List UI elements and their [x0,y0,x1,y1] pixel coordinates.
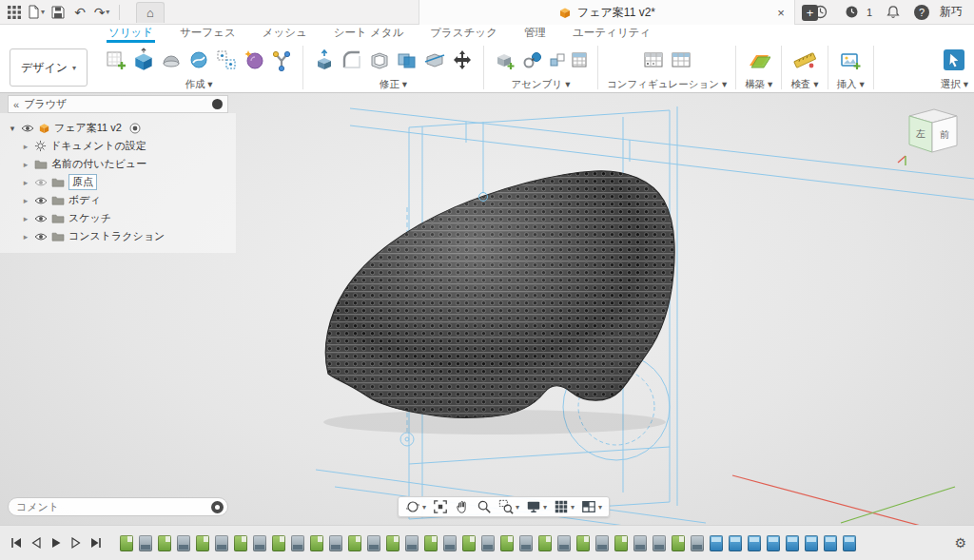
timeline-feature[interactable] [672,535,685,551]
timeline-feature[interactable] [519,535,533,551]
ribbon-tab[interactable]: プラスチック [428,24,499,43]
pipe-icon[interactable] [269,48,294,72]
expand-arrow-icon[interactable]: ▾ [8,124,17,133]
file-menu-icon[interactable]: ▾ [26,2,47,23]
browser-item-root[interactable]: ▾ フェア案11 v2 [0,119,236,137]
visibility-eye-icon[interactable] [34,214,48,223]
timeline-feature[interactable] [329,535,342,551]
group-inspect-label[interactable]: 検査 ▾ [790,78,818,91]
ribbon-tab[interactable]: メッシュ [261,24,309,43]
group-create-label[interactable]: 作成 ▾ [185,78,212,91]
press-pull-icon[interactable] [312,48,337,72]
create-form-icon[interactable] [242,48,266,72]
timeline-feature[interactable] [120,535,133,551]
comment-input[interactable] [16,501,211,512]
browser-item-sketches[interactable]: ▸ スケッチ [0,209,236,227]
timeline-feature[interactable] [291,535,304,551]
timeline-feature[interactable] [348,535,361,551]
ribbon-tab[interactable]: ソリッド [107,24,155,43]
timeline-feature[interactable] [805,535,818,551]
display-settings-button[interactable]: ▾ [524,498,549,515]
as-built-joint-icon[interactable] [548,50,567,69]
timeline-feature[interactable] [481,535,495,551]
fit-button[interactable] [431,498,450,515]
timeline-feature[interactable] [367,535,380,551]
timeline-feature[interactable] [843,535,856,551]
expand-arrow-icon[interactable]: ▸ [21,214,30,223]
new-component-icon[interactable] [493,48,517,72]
home-tab[interactable]: ⌂ [136,2,165,23]
visibility-eye-icon[interactable] [21,124,34,133]
timeline-feature[interactable] [405,535,419,551]
workspace-selector[interactable]: デザイン ▾ [10,48,88,87]
document-tab[interactable]: フェア案11 v2* × [419,0,795,25]
group-configuration-label[interactable]: コンフィギュレーション ▾ [607,78,727,91]
construction-plane-icon[interactable] [747,48,771,72]
user-avatar[interactable]: 新巧 [940,4,963,20]
undo-icon[interactable]: ↶ [69,2,90,23]
timeline-settings-gear-icon[interactable]: ⚙ [954,535,966,550]
timeline-feature[interactable] [824,535,837,551]
ribbon-tab[interactable]: サーフェス [178,24,238,43]
visibility-eye-icon[interactable] [34,196,48,205]
step-back-button[interactable] [28,534,45,551]
timeline-feature[interactable] [557,535,571,551]
group-insert-label[interactable]: 挿入 ▾ [837,78,865,91]
ribbon-tab[interactable]: ユーティリティ [571,24,653,43]
timeline-feature[interactable] [272,535,285,551]
expand-arrow-icon[interactable]: ▸ [21,178,30,187]
browser-header[interactable]: « ブラウザ [8,95,228,113]
timeline-feature[interactable] [595,535,609,551]
timeline-feature[interactable] [614,535,628,551]
split-body-icon[interactable] [422,48,447,72]
timeline-feature[interactable] [234,535,247,551]
go-to-start-button[interactable] [8,534,25,551]
timeline-feature[interactable] [443,535,457,551]
go-to-end-button[interactable] [88,534,105,551]
group-assemble-label[interactable]: アセンブリ ▾ [512,78,571,91]
group-modify-label[interactable]: 修正 ▾ [380,78,407,91]
help-icon[interactable]: ? [914,5,929,20]
measure-icon[interactable] [792,48,817,72]
viewports-button[interactable]: ▾ [579,498,604,515]
timeline-feature[interactable] [767,535,780,551]
timeline-feature[interactable] [177,535,190,551]
zoom-button[interactable] [475,498,494,515]
collapse-panel-icon[interactable]: « [13,99,19,110]
expand-arrow-icon[interactable]: ▸ [21,196,30,205]
create-sketch-icon[interactable] [104,48,128,72]
browser-item-document-settings[interactable]: ▸ ドキュメントの設定 [0,137,236,155]
timeline-feature[interactable] [633,535,647,551]
group-select-label[interactable]: 選択 ▾ [941,78,968,91]
activate-component-radio[interactable] [129,123,141,134]
timeline-feature[interactable] [500,535,514,551]
orbit-button[interactable]: ▾ [403,498,428,515]
sweep-icon[interactable] [186,48,211,72]
notifications-bell-icon[interactable] [883,2,904,23]
play-button[interactable] [48,534,65,551]
ribbon-tab[interactable]: 管理 [522,24,548,43]
expand-arrow-icon[interactable]: ▸ [21,160,30,169]
timeline-feature[interactable] [310,535,323,551]
visibility-eye-icon[interactable] [34,232,48,241]
timeline-feature[interactable] [386,535,399,551]
apps-grid-icon[interactable] [4,2,25,23]
timeline-feature[interactable] [710,535,723,551]
insert-canvas-icon[interactable] [838,48,863,72]
timeline-feature[interactable] [462,535,476,551]
pan-button[interactable] [453,498,472,515]
step-forward-button[interactable] [68,534,85,551]
timeline-feature[interactable] [215,535,228,551]
browser-item-bodies[interactable]: ▸ ボディ [0,191,236,209]
timeline-feature[interactable] [139,535,152,551]
save-icon[interactable] [48,2,68,23]
timeline-feature[interactable] [538,535,552,551]
derive-icon[interactable] [214,48,239,72]
timeline-feature[interactable] [196,535,209,551]
grid-settings-button[interactable]: ▾ [552,498,576,515]
revolve-icon[interactable] [159,48,184,72]
browser-item-named-views[interactable]: ▸ 名前の付いたビュー [0,155,236,173]
timeline-feature[interactable] [786,535,799,551]
combine-icon[interactable] [395,48,419,72]
panel-toggle-icon[interactable] [212,99,223,109]
